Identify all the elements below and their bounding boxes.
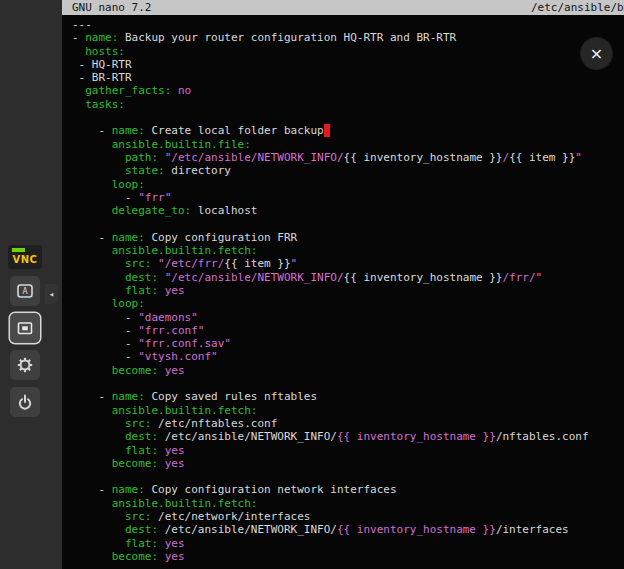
chevron-left-icon: ◂ <box>49 289 54 299</box>
code-line: - name: Backup your router configuration… <box>72 31 624 44</box>
code-line: - "daemons" <box>72 311 624 324</box>
code-line: - name: Create local folder backup <box>72 124 624 137</box>
code-line: loop: <box>72 297 624 310</box>
code-line: - HQ-RTR <box>72 58 624 71</box>
keyboard-icon: A <box>16 282 34 300</box>
code-line: become: yes <box>72 550 624 563</box>
code-line: flat: yes <box>72 284 624 297</box>
code-line: src: /etc/network/interfaces <box>72 510 624 523</box>
nano-terminal[interactable]: GNU nano 7.2 /etc/ansible/b ---- name: B… <box>62 0 624 569</box>
code-line: dest: "/etc/ansible/NETWORK_INFO/{{ inve… <box>72 271 624 284</box>
code-line: ansible.builtin.fetch: <box>72 404 624 417</box>
code-line: - "vtysh.conf" <box>72 350 624 363</box>
settings-button[interactable] <box>10 350 40 380</box>
gear-icon <box>16 356 34 374</box>
power-button[interactable] <box>10 387 40 417</box>
code-line: become: yes <box>72 457 624 470</box>
nano-titlebar: GNU nano 7.2 /etc/ansible/b <box>62 0 624 15</box>
vnc-sidebar: VNC A <box>0 0 62 569</box>
code-line: --- <box>72 18 624 31</box>
code-line: path: "/etc/ansible/NETWORK_INFO/{{ inve… <box>72 151 624 164</box>
code-line: tasks: <box>72 98 624 111</box>
code-line: ansible.builtin.fetch: <box>72 497 624 510</box>
code-line: - name: Copy configuration FRR <box>72 231 624 244</box>
code-line: ansible.builtin.file: <box>72 138 624 151</box>
code-line: - "frr" <box>72 191 624 204</box>
code-line: - "frr.conf.sav" <box>72 337 624 350</box>
fullscreen-icon <box>16 319 34 337</box>
code-line <box>72 111 624 124</box>
code-line <box>72 217 624 230</box>
code-line: - BR-RTR <box>72 71 624 84</box>
code-line: hosts: <box>72 45 624 58</box>
vnc-logo-accent <box>12 248 25 252</box>
code-line: src: "/etc/frr/{{ item }}" <box>72 257 624 270</box>
nano-version-label: GNU nano 7.2 <box>72 0 151 15</box>
code-line: flat: yes <box>72 537 624 550</box>
code-line: state: directory <box>72 164 624 177</box>
code-line: - "frr.conf" <box>72 324 624 337</box>
vnc-logo-text: VNC <box>13 254 38 266</box>
code-line: - name: Copy configuration network inter… <box>72 483 624 496</box>
code-line: become: yes <box>72 364 624 377</box>
code-line: ansible.builtin.fetch: <box>72 244 624 257</box>
code-area: ---- name: Backup your router configurat… <box>62 15 624 563</box>
code-line: gather_facts: no <box>72 84 624 97</box>
fullscreen-button[interactable] <box>10 313 40 343</box>
close-icon: × <box>590 46 603 62</box>
nano-filename: /etc/ansible/b <box>531 0 624 15</box>
code-line <box>72 377 624 390</box>
code-line: dest: /etc/ansible/NETWORK_INFO/{{ inven… <box>72 523 624 536</box>
code-line: src: /etc/nftables.conf <box>72 417 624 430</box>
toolbar-collapse-handle[interactable]: ◂ <box>45 284 58 304</box>
code-line: dest: /etc/ansible/NETWORK_INFO/{{ inven… <box>72 430 624 443</box>
code-line: delegate_to: localhost <box>72 204 624 217</box>
vnc-toolbar: VNC A <box>5 245 45 417</box>
code-line <box>72 470 624 483</box>
keyboard-button[interactable]: A <box>10 276 40 306</box>
code-line: flat: yes <box>72 444 624 457</box>
close-button[interactable]: × <box>581 38 612 69</box>
vnc-logo: VNC <box>8 245 42 269</box>
svg-text:A: A <box>22 286 27 296</box>
code-line: - name: Copy saved rules nftables <box>72 390 624 403</box>
code-line: loop: <box>72 178 624 191</box>
power-icon <box>16 393 34 411</box>
